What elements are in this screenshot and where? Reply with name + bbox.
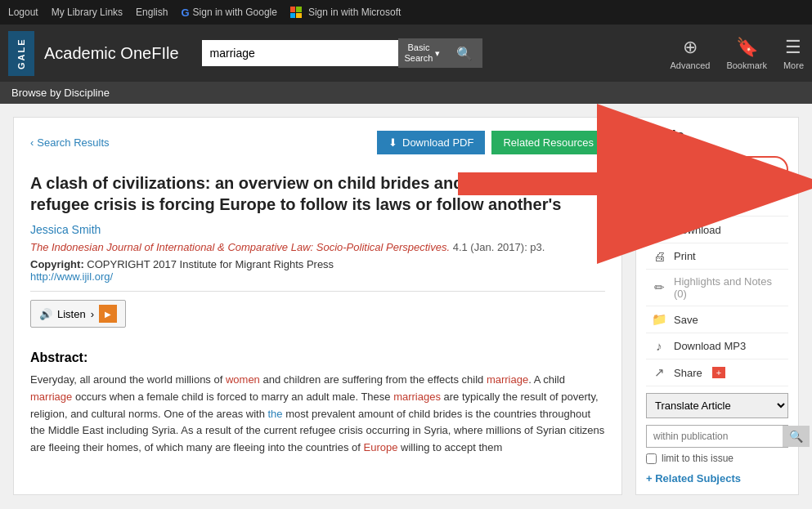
highlights-notes-tool[interactable]: ✏ Highlights and Notes (0): [646, 270, 788, 306]
nav-icons: ⊕ Advanced 🔖 Bookmark ☰ More: [670, 37, 804, 70]
nav-bar: GALE Academic OneFIle BasicSearch ▾ 🔍 ⊕ …: [0, 25, 812, 82]
download-icon: ⬇: [388, 136, 397, 149]
tools-title: Tools: [646, 127, 788, 145]
music-icon: ♪: [651, 339, 667, 353]
save-tool[interactable]: 📁 Save: [646, 306, 788, 333]
copyright-label: Copyright:: [30, 258, 84, 270]
share-icon: ↗: [651, 365, 667, 380]
search-input[interactable]: [202, 40, 398, 66]
play-button[interactable]: ▶: [99, 305, 117, 323]
microsoft-sign-in[interactable]: Sign in with Microsoft: [290, 7, 401, 18]
highlights-icon: ✏: [651, 280, 667, 295]
download-mp3-tool[interactable]: ♪ Download MP3: [646, 333, 788, 359]
abstract-text: Everyday, all around the world millions …: [30, 372, 605, 457]
copyright-text: COPYRIGHT 2017 Institute for Migrant Rig…: [87, 258, 334, 270]
google-icon: G: [181, 7, 189, 19]
search-in-pub-input[interactable]: [647, 426, 783, 447]
search-in-publication: 🔍: [646, 425, 788, 448]
bookmark-icon: 🔖: [736, 37, 758, 58]
browse-by-discipline[interactable]: Browse by Discipline: [0, 82, 812, 104]
email-icon: ✉: [651, 195, 667, 210]
most-link[interactable]: the: [267, 408, 282, 420]
divider: [30, 291, 605, 292]
marriages-link[interactable]: marriages: [393, 391, 441, 403]
share-plus-button[interactable]: +: [712, 367, 725, 378]
dropdown-arrow-icon: ▾: [435, 48, 440, 59]
microsoft-icon: [290, 7, 302, 18]
europe-link[interactable]: Europe: [364, 441, 398, 453]
limit-to-issue-checkbox[interactable]: [646, 453, 657, 464]
citation-tools-label: Citation Tools: [679, 163, 742, 176]
listen-icon: 🔊: [39, 308, 52, 320]
article-author[interactable]: Jessica Smith: [30, 223, 605, 236]
search-container: BasicSearch ▾ 🔍: [202, 38, 545, 68]
journal-detail: 4.1 (Jan. 2017): p3.: [453, 241, 545, 253]
article-journal: The Indonesian Journal of International …: [30, 241, 605, 253]
print-icon: 🖨: [651, 249, 667, 263]
article-copyright: Copyright: COPYRIGHT 2017 Institute for …: [30, 258, 605, 283]
citation-icon: 💬: [656, 162, 672, 177]
translate-select[interactable]: Translate Article: [646, 393, 788, 418]
marriage-link-1[interactable]: marriage: [487, 373, 528, 386]
play-separator-icon: ›: [91, 308, 94, 320]
logout-link[interactable]: Logout: [8, 7, 38, 18]
bookmark-nav-item[interactable]: 🔖 Bookmark: [726, 37, 767, 70]
site-title[interactable]: Academic OneFIle: [44, 44, 179, 63]
listen-button[interactable]: 🔊 Listen › ▶: [30, 300, 126, 328]
related-subjects[interactable]: + Related Subjects: [646, 472, 788, 484]
tools-panel: Tools 💬 Citation Tools ✉ E-mail ⬇ Downlo…: [635, 117, 799, 495]
google-sign-in[interactable]: G Sign in with Google: [181, 7, 277, 19]
advanced-icon: ⊕: [683, 37, 698, 58]
download-tool-icon: ⬇: [651, 222, 667, 237]
limit-to-issue-label: limit to this issue: [662, 453, 733, 464]
top-bar: Logout My Library Links English G Sign i…: [0, 0, 812, 25]
related-resources-button[interactable]: Related Resources: [491, 131, 605, 154]
print-tool[interactable]: 🖨 Print: [646, 243, 788, 270]
article-actions: ⬇ Download PDF Related Resources: [377, 131, 605, 154]
tools-box: Tools 💬 Citation Tools ✉ E-mail ⬇ Downlo…: [635, 117, 799, 495]
more-label: More: [783, 60, 804, 70]
save-icon: 📁: [651, 312, 667, 327]
advanced-label: Advanced: [670, 60, 710, 70]
limit-checkbox-row: limit to this issue: [646, 453, 788, 464]
more-nav-item[interactable]: ☰ More: [783, 37, 804, 70]
search-in-pub-button[interactable]: 🔍: [783, 426, 810, 447]
download-tool[interactable]: ⬇ Download: [646, 217, 788, 243]
article-panel: ‹ Search Results ⬇ Download PDF Related …: [13, 117, 622, 495]
email-tool[interactable]: ✉ E-mail: [646, 190, 788, 217]
advanced-nav-item[interactable]: ⊕ Advanced: [670, 37, 710, 70]
abstract-title: Abstract:: [30, 350, 605, 365]
search-type-button[interactable]: BasicSearch ▾: [398, 38, 447, 68]
back-link[interactable]: ‹ Search Results: [30, 136, 110, 149]
my-library-links[interactable]: My Library Links: [52, 7, 123, 18]
bookmark-label: Bookmark: [726, 60, 767, 70]
marriage-link-2[interactable]: marriage: [30, 391, 72, 403]
women-link[interactable]: women: [226, 373, 260, 386]
copyright-url[interactable]: http://www.ijil.org/: [30, 270, 113, 283]
gale-logo: GALE: [8, 31, 34, 76]
back-arrow-icon: ‹: [30, 136, 34, 149]
search-button[interactable]: 🔍: [446, 38, 482, 68]
citation-tools-item[interactable]: 💬 Citation Tools: [646, 156, 788, 183]
search-type-label: BasicSearch: [405, 42, 433, 64]
article-title: A clash of civilizations: an overview on…: [30, 172, 605, 215]
more-icon: ☰: [785, 37, 801, 58]
share-tool[interactable]: ↗ Share +: [646, 359, 788, 386]
download-pdf-button[interactable]: ⬇ Download PDF: [377, 131, 485, 154]
english-link[interactable]: English: [136, 7, 168, 18]
main-content: ‹ Search Results ⬇ Download PDF Related …: [0, 104, 812, 508]
